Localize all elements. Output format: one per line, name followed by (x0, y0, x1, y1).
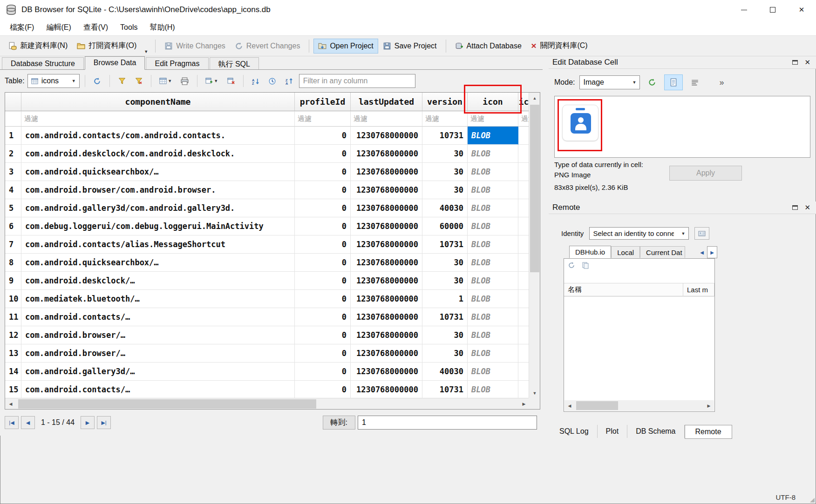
cell-version[interactable]: 40030 (422, 363, 468, 381)
tab-remote[interactable]: Remote (685, 425, 732, 439)
cell-profileid[interactable]: 0 (295, 181, 351, 199)
tab-scroll-right-icon[interactable]: ▶ (707, 246, 717, 258)
cell-version[interactable]: 10731 (422, 308, 468, 326)
cell-componentname[interactable]: com.android.gallery3d/… (21, 363, 295, 381)
previous-record-button[interactable]: ◀ (21, 416, 35, 429)
close-panel-icon[interactable]: ✕ (804, 58, 810, 67)
history-button[interactable] (265, 74, 279, 88)
open-database-button[interactable]: 打開資料庫(O) (72, 38, 141, 54)
header-version[interactable]: version (422, 93, 468, 111)
minimize-button[interactable] (729, 0, 758, 20)
cell-partial[interactable] (518, 163, 530, 181)
cell-profileid[interactable]: 0 (295, 290, 351, 308)
filter-lastupdated[interactable]: 過濾 (351, 111, 422, 127)
row-number[interactable]: 12 (5, 326, 21, 344)
header-profileid[interactable]: profileId (295, 93, 351, 111)
table-select[interactable]: icons ▼ (27, 74, 80, 88)
header-lastupdated[interactable]: lastUpdated (351, 93, 422, 111)
close-database-button[interactable]: ✕ 關閉資料庫(C) (526, 38, 592, 54)
open-database-dropdown-icon[interactable]: ▼ (141, 49, 151, 54)
open-project-button[interactable]: Open Project (313, 39, 378, 54)
cell-componentname[interactable]: com.android.browser/… (21, 344, 295, 363)
cell-icon[interactable]: BLOB (468, 326, 518, 344)
scroll-left-icon[interactable]: ◀ (5, 398, 16, 410)
cell-partial[interactable] (518, 254, 530, 272)
cell-icon[interactable]: BLOB (468, 363, 518, 381)
cell-icon[interactable]: BLOB (468, 308, 518, 326)
cell-componentname[interactable]: com.android.deskclock/com.android.deskcl… (21, 145, 295, 163)
row-number[interactable]: 11 (5, 308, 21, 326)
cell-componentname[interactable]: com.android.contacts/… (21, 308, 295, 326)
identity-settings-button[interactable] (694, 227, 709, 240)
row-number[interactable]: 3 (5, 163, 21, 181)
cell-icon[interactable]: BLOB (468, 254, 518, 272)
row-number[interactable]: 7 (5, 235, 21, 254)
cell-partial[interactable] (518, 127, 530, 145)
cell-version[interactable]: 60000 (422, 217, 468, 235)
tab-edit-pragmas[interactable]: Edit Pragmas (146, 57, 208, 69)
cell-lastupdated[interactable]: 1230768000000 (351, 163, 422, 181)
tab-scroll-left-icon[interactable]: ◀ (697, 246, 707, 258)
float-panel-icon[interactable] (792, 205, 798, 210)
mode-select[interactable]: Image ▼ (579, 75, 640, 89)
close-panel-icon[interactable]: ✕ (804, 203, 810, 212)
cell-partial[interactable] (518, 235, 530, 254)
cell-version[interactable]: 30 (422, 163, 468, 181)
attach-database-button[interactable]: Attach Database (450, 39, 526, 54)
cell-profileid[interactable]: 0 (295, 308, 351, 326)
cell-componentname[interactable]: com.android.contacts/com.android.contact… (21, 127, 295, 145)
new-database-button[interactable]: 新建資料庫(N) (4, 38, 72, 54)
cell-componentname[interactable]: com.debug.loggerui/com.debug.loggerui.Ma… (21, 217, 295, 235)
scroll-right-icon[interactable]: ▶ (704, 400, 714, 411)
cell-icon[interactable]: BLOB (468, 163, 518, 181)
scroll-down-icon[interactable]: ▼ (529, 388, 540, 399)
row-number[interactable]: 2 (5, 145, 21, 163)
encoding-label[interactable]: UTF-8 (776, 493, 796, 501)
cell-profileid[interactable]: 0 (295, 163, 351, 181)
cell-partial[interactable] (518, 290, 530, 308)
filter-profileid[interactable]: 過濾 (295, 111, 351, 127)
cell-version[interactable]: 30 (422, 181, 468, 199)
filter-input[interactable] (299, 74, 415, 88)
cell-lastupdated[interactable]: 1230768000000 (351, 363, 422, 381)
goto-button[interactable]: 轉到: (323, 416, 355, 430)
cell-icon[interactable]: BLOB (468, 217, 518, 235)
cell-partial[interactable] (518, 145, 530, 163)
new-record-button[interactable]: ▼ (203, 74, 221, 88)
tab-plot[interactable]: Plot (598, 425, 628, 438)
cell-version[interactable]: 30 (422, 145, 468, 163)
cell-profileid[interactable]: 0 (295, 272, 351, 290)
cell-version[interactable]: 1 (422, 290, 468, 308)
cell-componentname[interactable]: com.android.deskclock/… (21, 272, 295, 290)
cell-partial[interactable] (518, 181, 530, 199)
cell-icon[interactable]: BLOB (468, 199, 518, 217)
row-number[interactable]: 4 (5, 181, 21, 199)
header-componentname[interactable]: componentName (21, 93, 295, 111)
cell-profileid[interactable]: 0 (295, 344, 351, 363)
scroll-right-icon[interactable]: ▶ (518, 398, 530, 410)
remote-name-header[interactable]: 名稱 (564, 283, 683, 296)
cell-version[interactable]: 10731 (422, 127, 468, 145)
row-number[interactable]: 6 (5, 217, 21, 235)
cell-profileid[interactable]: 0 (295, 235, 351, 254)
remote-clone-icon[interactable] (582, 262, 589, 269)
tab-browse-data[interactable]: Browse Data (85, 56, 145, 70)
filter-componentname[interactable]: 過濾 (21, 111, 295, 127)
cell-profileid[interactable]: 0 (295, 254, 351, 272)
row-number[interactable]: 10 (5, 290, 21, 308)
menu-edit[interactable]: 編輯(E) (40, 21, 77, 34)
cell-lastupdated[interactable]: 1230768000000 (351, 145, 422, 163)
cell-lastupdated[interactable]: 1230768000000 (351, 217, 422, 235)
menu-view[interactable]: 查看(V) (77, 21, 114, 34)
toolbar-overflow-icon[interactable]: » (719, 78, 724, 87)
header-rownum[interactable] (5, 93, 21, 111)
cell-partial[interactable] (518, 326, 530, 344)
tab-execute-sql[interactable]: 執行 SQL (210, 57, 259, 69)
row-number[interactable]: 15 (5, 381, 21, 399)
row-number[interactable]: 13 (5, 344, 21, 363)
cell-version[interactable]: 30 (422, 326, 468, 344)
remote-scroll-thumb[interactable] (576, 401, 618, 410)
scroll-left-icon[interactable]: ◀ (564, 400, 575, 411)
identity-select[interactable]: Select an identity to conne ▼ (589, 227, 689, 240)
write-changes-button[interactable]: Write Changes (160, 39, 230, 54)
